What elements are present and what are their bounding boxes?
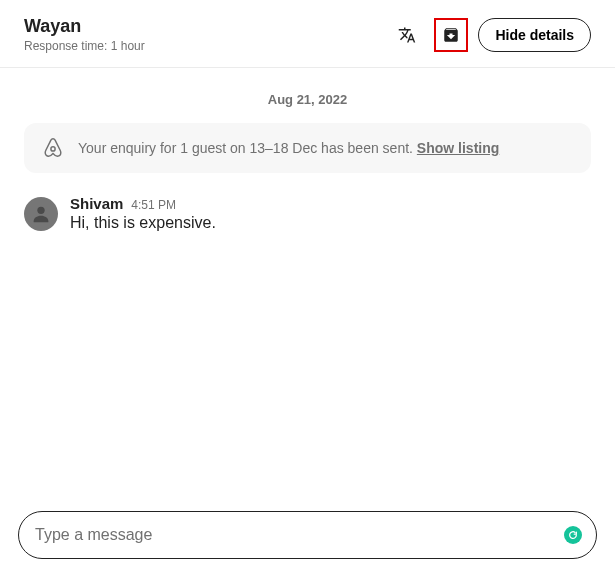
message-body: Shivam 4:51 PM Hi, this is expensive.: [70, 195, 216, 232]
message-row: Shivam 4:51 PM Hi, this is expensive.: [24, 195, 591, 232]
translate-button[interactable]: [390, 18, 424, 52]
host-name: Wayan: [24, 16, 145, 37]
message-sender: Shivam: [70, 195, 123, 212]
show-listing-link[interactable]: Show listing: [417, 140, 499, 156]
composer-wrap: [18, 511, 597, 559]
chat-content: Aug 21, 2022 Your enquiry for 1 guest on…: [0, 68, 615, 232]
enquiry-banner: Your enquiry for 1 guest on 13–18 Dec ha…: [24, 123, 591, 173]
svg-point-0: [51, 147, 55, 151]
message-text: Hi, this is expensive.: [70, 214, 216, 232]
hide-details-button[interactable]: Hide details: [478, 18, 591, 52]
avatar[interactable]: [24, 197, 58, 231]
date-separator: Aug 21, 2022: [24, 82, 591, 123]
chat-header: Wayan Response time: 1 hour Hide details: [0, 0, 615, 68]
archive-highlight: [434, 18, 468, 52]
host-info: Wayan Response time: 1 hour: [24, 16, 145, 53]
archive-icon: [442, 26, 460, 44]
translate-icon: [398, 26, 416, 44]
response-time: Response time: 1 hour: [24, 39, 145, 53]
message-input[interactable]: [35, 526, 552, 544]
header-actions: Hide details: [390, 18, 591, 52]
grammarly-badge[interactable]: [564, 526, 582, 544]
message-composer[interactable]: [18, 511, 597, 559]
message-header: Shivam 4:51 PM: [70, 195, 216, 212]
airbnb-logo-icon: [42, 137, 64, 159]
grammarly-icon: [568, 530, 578, 540]
archive-button[interactable]: [438, 21, 464, 49]
person-icon: [30, 203, 52, 225]
enquiry-text: Your enquiry for 1 guest on 13–18 Dec ha…: [78, 140, 417, 156]
enquiry-text-wrap: Your enquiry for 1 guest on 13–18 Dec ha…: [78, 139, 499, 157]
message-time: 4:51 PM: [131, 198, 176, 212]
svg-point-1: [37, 207, 44, 214]
